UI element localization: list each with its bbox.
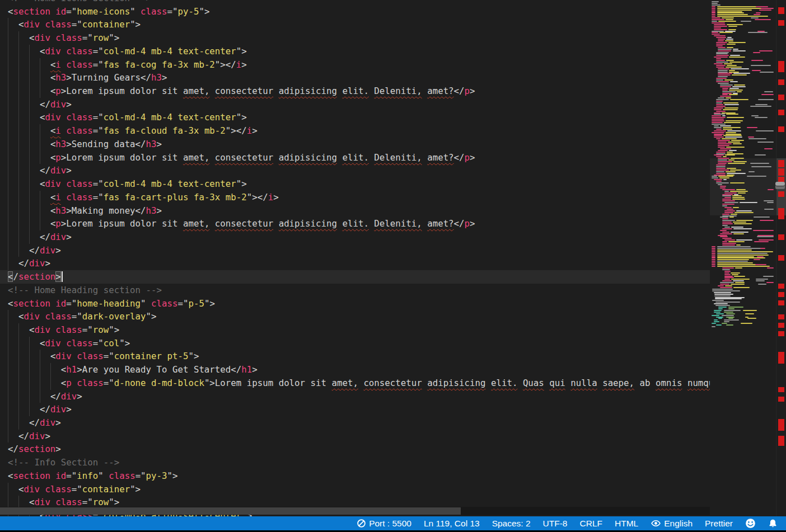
code-token: [597, 378, 602, 388]
code-token: [369, 86, 374, 96]
code-line[interactable]: <div class="container pt-5">: [0, 350, 710, 363]
code-line[interactable]: <section id="home-icons" class="py-5">: [0, 5, 710, 18]
code-token: nulla: [570, 378, 597, 388]
code-token: ">: [204, 298, 215, 309]
code-line[interactable]: </div>: [0, 244, 710, 257]
code-line[interactable]: </section>: [0, 270, 710, 284]
code-line[interactable]: <h3>Turning Gears</h3>: [0, 71, 710, 84]
code-line[interactable]: <h1>Are you Ready To Get Started</h1>: [0, 363, 710, 376]
minimap-line: [722, 267, 734, 269]
minimap-line: [722, 228, 732, 229]
code-line[interactable]: <div class="row">: [0, 31, 710, 45]
indent-guide: [18, 217, 29, 230]
indent-guide: [8, 337, 18, 350]
overview-ruler[interactable]: [776, 0, 786, 516]
minimap-line: [728, 159, 735, 161]
minimap-line: [718, 318, 722, 319]
code-token: h1: [241, 364, 252, 375]
code-line[interactable]: <div class="col-md-4 mb-4 text-center">: [0, 111, 710, 124]
status-item-notifications[interactable]: [762, 516, 784, 530]
indent-guide: [29, 58, 40, 72]
code-line[interactable]: <p>Lorem ipsum dolor sit amet, consectet…: [0, 84, 710, 98]
minimap-line: [753, 52, 760, 53]
code-line[interactable]: <div class="container">: [0, 18, 710, 31]
code-line[interactable]: </div>: [0, 416, 710, 430]
code-token: i: [55, 59, 60, 70]
status-item-eol[interactable]: CRLF: [574, 516, 609, 530]
code-token: amet?: [427, 218, 453, 229]
code-line[interactable]: <p>Lorem ipsum dolor sit amet, consectet…: [0, 217, 710, 230]
minimap-line: [728, 307, 743, 308]
minimap-line: [712, 14, 715, 15]
code-token: =": [177, 298, 188, 309]
code-token: ab: [634, 378, 656, 388]
code-line[interactable]: <div class="col">: [0, 337, 710, 350]
minimap-line: [722, 138, 737, 139]
code-line[interactable]: </div>: [0, 230, 710, 244]
minimap-line: [716, 67, 725, 68]
editor[interactable]: <!-- Home Icons Section --><section id="…: [0, 0, 710, 516]
eye-icon: [651, 519, 661, 528]
status-item-language-mode[interactable]: HTML: [609, 516, 644, 530]
code-token: >: [61, 152, 66, 163]
minimap-line: [729, 94, 738, 95]
status-item-formatter[interactable]: Prettier: [699, 516, 739, 530]
code-token: class: [66, 59, 92, 70]
minimap-line: [720, 187, 726, 189]
code-line[interactable]: <h3>Making money</h3>: [0, 204, 710, 218]
code-line[interactable]: <section id="info" class="py-3">: [0, 469, 710, 483]
horizontal-scrollbar[interactable]: [0, 507, 710, 515]
code-line[interactable]: </div>: [0, 98, 710, 111]
code-token: <: [40, 112, 45, 123]
code-token: =": [93, 178, 104, 189]
indent-guide: [18, 416, 29, 430]
indent-guide: [29, 98, 40, 111]
indent-guide: [18, 376, 29, 390]
status-item-feedback[interactable]: [739, 516, 762, 530]
horizontal-scrollbar-thumb[interactable]: [0, 507, 461, 515]
code-line[interactable]: <div class="row">: [0, 323, 710, 337]
code-line[interactable]: </div>: [0, 257, 710, 270]
status-item-spell-checker[interactable]: English: [644, 516, 699, 530]
code-token: section: [13, 298, 50, 309]
minimap-line: [745, 313, 754, 314]
minimap-line: [712, 256, 715, 257]
code-token: adipisicing: [279, 152, 337, 163]
code-line[interactable]: <i class="fas fa-cart-plus fa-3x mb-2"><…: [0, 191, 710, 204]
status-item-indentation[interactable]: Spaces: 2: [486, 516, 537, 530]
code-line[interactable]: <i class="fas fa-cloud fa-3x mb-2"></i>: [0, 124, 710, 138]
status-item-port[interactable]: Port : 5500: [350, 516, 418, 530]
scrollbar-grip[interactable]: [775, 182, 785, 189]
code-line[interactable]: <p>Lorem ipsum dolor sit amet, consectet…: [0, 151, 710, 164]
minimap-line: [717, 251, 773, 252]
status-item-cursor-position[interactable]: Ln 119, Col 13: [418, 516, 486, 530]
code-line[interactable]: </div>: [0, 430, 710, 443]
code-line[interactable]: </div>: [0, 403, 710, 416]
code-line[interactable]: <p class="d-none d-md-block">Lorem ipsum…: [0, 376, 710, 390]
code-token: section: [13, 6, 50, 17]
code-line[interactable]: </div>: [0, 164, 710, 177]
minimap-line: [738, 192, 746, 194]
minimap-line: [730, 182, 745, 183]
minimap-line: [716, 53, 728, 54]
code-line[interactable]: <i class="fas fa-cog fa-3x mb-2"></i>: [0, 58, 710, 72]
minimap[interactable]: [710, 0, 776, 516]
code-line-partial[interactable]: <!-- Home Icons Section -->: [0, 0, 710, 5]
code-token: omnis: [656, 378, 682, 388]
indent-guide: [8, 257, 18, 270]
code-line[interactable]: </div>: [0, 390, 710, 403]
code-line[interactable]: <div class="col-md-4 mb-4 text-center">: [0, 177, 710, 191]
status-item-encoding[interactable]: UTF-8: [537, 516, 574, 530]
code-line[interactable]: <div class="col-md-4 mb-4 text-center">: [0, 45, 710, 58]
code-line[interactable]: <h3>Sending data</h3>: [0, 138, 710, 151]
code-line[interactable]: <div class="dark-overlay">: [0, 310, 710, 323]
minimap-line: [716, 324, 722, 326]
code-line[interactable]: <div class="container">: [0, 483, 710, 496]
code-line[interactable]: <section id="home-heading" class="p-5">: [0, 297, 710, 310]
code-line[interactable]: </section>: [0, 442, 710, 456]
code-token: amet,: [183, 218, 209, 229]
code-line[interactable]: <!-- Info Section -->: [0, 456, 710, 469]
minimap-line: [724, 79, 733, 81]
code-line[interactable]: <!-- Home Heading section -->: [0, 284, 710, 297]
code-token: >: [55, 417, 60, 428]
